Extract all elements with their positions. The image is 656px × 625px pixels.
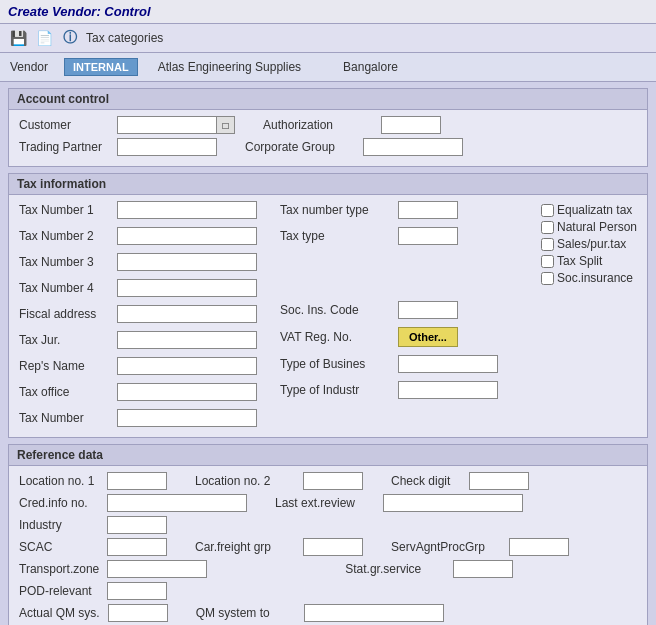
soc-insurance-checkbox[interactable] (541, 272, 554, 285)
customer-input[interactable] (117, 116, 217, 134)
trading-partner-label: Trading Partner (19, 140, 109, 154)
title-bar: Create Vendor: Control (0, 0, 656, 24)
tax-number-4-input[interactable] (117, 279, 257, 297)
info-icon[interactable]: ⓘ (60, 28, 80, 48)
fiscal-address-row: Fiscal address (19, 305, 270, 323)
tax-jur-input[interactable] (117, 331, 257, 349)
tax-office-label: Tax office (19, 385, 109, 399)
equalizatn-tax-label: Equalizatn tax (557, 203, 632, 217)
corporate-group-input[interactable] (363, 138, 463, 156)
tax-number-2-row: Tax Number 2 (19, 227, 270, 245)
tax-number-3-label: Tax Number 3 (19, 255, 109, 269)
reference-data-header: Reference data (9, 445, 647, 466)
actual-qm-sys-label: Actual QM sys. (19, 606, 100, 620)
customer-lookup-icon[interactable]: □ (217, 116, 235, 134)
ref-row-4: SCAC Car.freight grp ServAgntProcGrp (19, 538, 637, 556)
type-industr-row: Type of Industr (280, 381, 531, 399)
other-button[interactable]: Other... (398, 327, 458, 347)
tax-number-2-input[interactable] (117, 227, 257, 245)
serv-agnt-proc-grp-input[interactable] (509, 538, 569, 556)
save-icon[interactable]: 💾 (8, 28, 28, 48)
account-row-1: Customer □ Authorization (19, 116, 637, 134)
type-industr-label: Type of Industr (280, 383, 390, 397)
check-digit-label: Check digit (391, 474, 461, 488)
qm-system-to-input[interactable] (304, 604, 444, 622)
cred-info-no-input[interactable] (107, 494, 247, 512)
reference-data-section: Reference data Location no. 1 Location n… (8, 444, 648, 625)
tax-number-type-label: Tax number type (280, 203, 390, 217)
ref-row-7: Actual QM sys. QM system to (19, 604, 637, 622)
soc-ins-code-label: Soc. Ins. Code (280, 303, 390, 317)
car-freight-grp-input[interactable] (303, 538, 363, 556)
tax-office-input[interactable] (117, 383, 257, 401)
customer-input-group: □ (117, 116, 235, 134)
type-industr-input[interactable] (398, 381, 498, 399)
tax-split-checkbox[interactable] (541, 255, 554, 268)
tax-number-3-row: Tax Number 3 (19, 253, 270, 271)
last-ext-review-input[interactable] (383, 494, 523, 512)
soc-insurance-row: Soc.insurance (541, 271, 637, 285)
tax-office-row: Tax office (19, 383, 270, 401)
check-digit-input[interactable] (469, 472, 529, 490)
location-no-2-label: Location no. 2 (195, 474, 295, 488)
ref-row-1: Location no. 1 Location no. 2 Check digi… (19, 472, 637, 490)
reps-name-input[interactable] (117, 357, 257, 375)
vendor-bar: Vendor INTERNAL Atlas Engineering Suppli… (0, 53, 656, 82)
sales-pur-tax-label: Sales/pur.tax (557, 237, 626, 251)
equalizatn-tax-checkbox[interactable] (541, 204, 554, 217)
tax-number-4-row: Tax Number 4 (19, 279, 270, 297)
sales-pur-tax-checkbox[interactable] (541, 238, 554, 251)
location-no-2-input[interactable] (303, 472, 363, 490)
document-icon[interactable]: 📄 (34, 28, 54, 48)
pod-relevant-input[interactable] (107, 582, 167, 600)
transport-zone-input[interactable] (107, 560, 207, 578)
account-control-section: Account control Customer □ Authorization… (8, 88, 648, 167)
account-row-2: Trading Partner Corporate Group (19, 138, 637, 156)
vendor-label: Vendor (10, 60, 48, 74)
last-ext-review-label: Last ext.review (275, 496, 375, 510)
natural-person-row: Natural Person (541, 220, 637, 234)
toolbar: 💾 📄 ⓘ Tax categories (0, 24, 656, 53)
tax-number-label: Tax Number (19, 411, 109, 425)
location-no-1-label: Location no. 1 (19, 474, 99, 488)
tax-information-body: Tax Number 1 Tax Number 2 Tax Number 3 T… (9, 195, 647, 437)
tax-type-input[interactable] (398, 227, 458, 245)
fiscal-address-input[interactable] (117, 305, 257, 323)
tax-number-2-label: Tax Number 2 (19, 229, 109, 243)
stat-gr-service-input[interactable] (453, 560, 513, 578)
stat-gr-service-label: Stat.gr.service (345, 562, 445, 576)
tax-split-row: Tax Split (541, 254, 637, 268)
tax-number-3-input[interactable] (117, 253, 257, 271)
tax-information-section: Tax information Tax Number 1 Tax Number … (8, 173, 648, 438)
tax-jur-row: Tax Jur. (19, 331, 270, 349)
account-control-body: Customer □ Authorization Trading Partner… (9, 110, 647, 166)
tax-number-type-input[interactable] (398, 201, 458, 219)
natural-person-label: Natural Person (557, 220, 637, 234)
natural-person-checkbox[interactable] (541, 221, 554, 234)
customer-label: Customer (19, 118, 109, 132)
authorization-label: Authorization (263, 118, 373, 132)
vendor-city: Bangalore (343, 60, 398, 74)
tax-number-1-input[interactable] (117, 201, 257, 219)
location-no-1-input[interactable] (107, 472, 167, 490)
soc-insurance-label: Soc.insurance (557, 271, 633, 285)
ref-row-5: Transport.zone Stat.gr.service (19, 560, 637, 578)
tax-split-label: Tax Split (557, 254, 602, 268)
scac-input[interactable] (107, 538, 167, 556)
trading-partner-input[interactable] (117, 138, 217, 156)
car-freight-grp-label: Car.freight grp (195, 540, 295, 554)
account-control-header: Account control (9, 89, 647, 110)
type-busines-input[interactable] (398, 355, 498, 373)
tax-number-input[interactable] (117, 409, 257, 427)
ref-row-6: POD-relevant (19, 582, 637, 600)
authorization-input[interactable] (381, 116, 441, 134)
soc-ins-code-input[interactable] (398, 301, 458, 319)
tax-information-header: Tax information (9, 174, 647, 195)
tax-number-4-label: Tax Number 4 (19, 281, 109, 295)
industry-input[interactable] (107, 516, 167, 534)
actual-qm-sys-input[interactable] (108, 604, 168, 622)
sales-pur-tax-row: Sales/pur.tax (541, 237, 637, 251)
qm-system-to-label: QM system to (196, 606, 296, 620)
serv-agnt-proc-grp-label: ServAgntProcGrp (391, 540, 501, 554)
toolbar-label: Tax categories (86, 31, 163, 45)
